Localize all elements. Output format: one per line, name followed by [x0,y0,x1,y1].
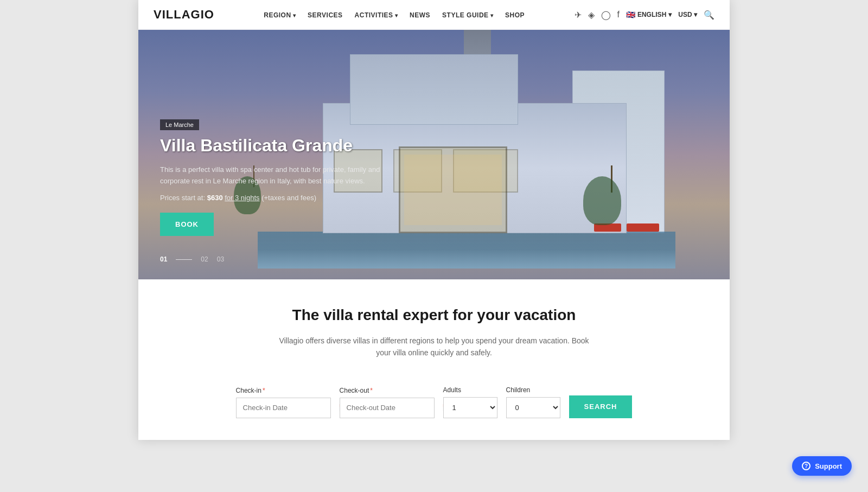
tripadvisor-icon[interactable]: ✈ [575,10,582,20]
foursquare-icon[interactable]: ◈ [588,10,595,20]
nav-item-services[interactable]: SERVICES [308,10,342,20]
checkin-label: Check-in* [236,387,331,394]
checkout-input[interactable] [347,404,438,412]
support-icon: ? [802,462,810,470]
section-description: Villagio offers diverse villas in differ… [271,335,597,359]
main-content: The villa rental expert for your vacatio… [138,279,730,440]
nav-item-style-guide[interactable]: STYLE GUIDE▾ [442,10,493,20]
hero-content: Le Marche Villa Bastilicata Grande This … [160,119,388,236]
language-selector[interactable]: 🇬🇧 ENGLISH ▾ [626,10,672,19]
slide-indicator-2[interactable]: 02 [201,255,208,263]
children-group: Children 0 1 2 3 4 [506,386,560,418]
search-button[interactable]: SEARCH [569,395,633,418]
checkout-label: Check-out* [340,387,435,394]
booking-form: Check-in* 📅 Check-out* 📅 Adults [155,386,713,418]
checkout-group: Check-out* 📅 [340,387,435,418]
villa-description: This is a perfect villa with spa center … [160,164,388,187]
facebook-icon[interactable]: f [617,10,620,20]
adults-select[interactable]: 1 2 3 4 5 [443,397,497,418]
slider-indicators: 01 02 03 [160,255,224,263]
slide-indicator-3[interactable]: 03 [217,255,224,263]
search-icon[interactable]: 🔍 [704,10,714,20]
checkin-group: Check-in* 📅 [236,387,331,418]
hero-section: Le Marche Villa Bastilicata Grande This … [138,30,730,279]
slide-indicator-1[interactable]: 01 [160,255,167,263]
region-badge: Le Marche [160,119,199,130]
main-nav: REGION▾ SERVICES ACTIVITIES▾ NEWS STYLE … [264,10,525,20]
section-title: The villa rental expert for your vacatio… [155,306,713,324]
checkin-input[interactable] [243,404,334,412]
nav-item-news[interactable]: NEWS [410,10,430,20]
checkin-input-wrapper[interactable]: 📅 [236,398,331,418]
header: VILLAGIO REGION▾ SERVICES ACTIVITIES▾ NE… [138,0,730,30]
header-right: ✈ ◈ ◯ f 🇬🇧 ENGLISH ▾ USD ▾ 🔍 [575,10,714,20]
villa-title: Villa Bastilicata Grande [160,136,388,156]
currency-selector[interactable]: USD ▾ [678,11,697,18]
checkout-input-wrapper[interactable]: 📅 [340,398,435,418]
book-button[interactable]: BOOK [160,213,214,236]
adults-group: Adults 1 2 3 4 5 [443,386,497,418]
flag-icon: 🇬🇧 [626,10,635,19]
nav-item-shop[interactable]: SHOP [505,10,525,20]
slide-line [176,259,192,260]
support-button[interactable]: ? Support [792,456,852,476]
children-label: Children [506,386,560,394]
support-label: Support [815,462,842,470]
site-logo[interactable]: VILLAGIO [154,8,214,22]
villa-price: Prices start at: $630 for 3 nights (+tax… [160,194,388,202]
nav-item-activities[interactable]: ACTIVITIES▾ [355,10,398,20]
nav-item-region[interactable]: REGION▾ [264,10,296,20]
instagram-icon[interactable]: ◯ [601,10,611,20]
adults-label: Adults [443,386,497,394]
children-select[interactable]: 0 1 2 3 4 [506,397,560,418]
